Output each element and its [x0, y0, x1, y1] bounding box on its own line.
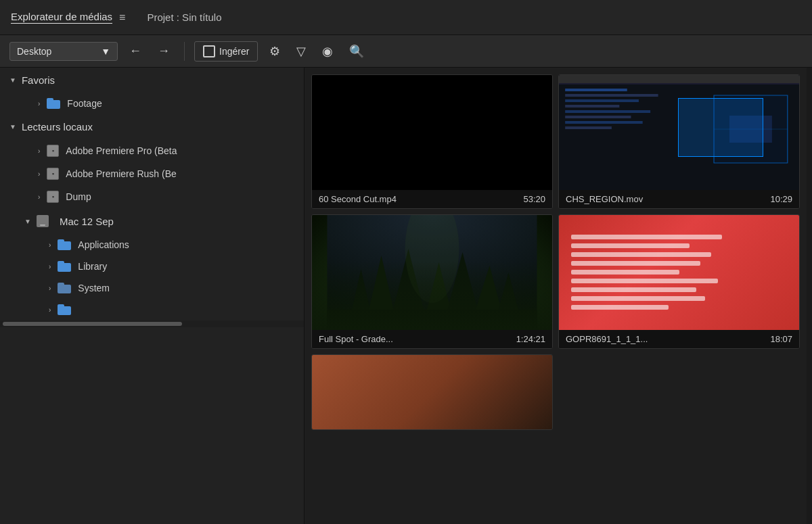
svg-rect-7: [565, 116, 631, 118]
main-layout: ▼ Favoris › Footage ▼ Lecteurs locaux › …: [0, 68, 812, 524]
eye-icon: ◉: [322, 44, 333, 59]
svg-marker-14: [348, 269, 375, 330]
mac-header[interactable]: ▼ Mac 12 Sep: [0, 208, 304, 234]
more-expand-icon: ›: [49, 306, 51, 314]
filter-icon: ▽: [296, 44, 306, 59]
premiere-rush-expand-icon: ›: [38, 170, 40, 178]
ingest-button[interactable]: Ingérer: [194, 41, 258, 62]
offline-line-2: [571, 243, 690, 248]
thumbnail-3: [312, 215, 552, 330]
sidebar-scrollbar[interactable]: [0, 320, 304, 327]
menu-icon[interactable]: ≡: [119, 11, 125, 24]
sidebar-item-system[interactable]: › System: [0, 277, 304, 299]
offline-line-4: [571, 261, 700, 266]
svg-rect-6: [565, 110, 650, 113]
local-readers-section: ▼ Lecteurs locaux › ▪ Adobe Premiere Pro…: [0, 114, 304, 320]
thumbnail-5: [312, 355, 552, 429]
svg-marker-20: [493, 272, 524, 330]
offline-line-5: [571, 270, 679, 275]
svg-rect-2: [565, 89, 627, 91]
back-icon: ←: [129, 44, 141, 58]
media-name-2: CHS_REGION.mov: [566, 194, 643, 204]
thumbnail-2: [559, 75, 799, 190]
project-title: Projet : Sin título: [147, 11, 221, 23]
sidebar-item-premiere-rush[interactable]: › ▪ Adobe Premiere Rush (Be: [0, 162, 304, 185]
mac-label: Mac 12 Sep: [60, 216, 114, 227]
local-readers-header[interactable]: ▼ Lecteurs locaux: [0, 114, 304, 139]
media-duration-3: 1:24:21: [516, 334, 545, 344]
mac-triangle: ▼: [24, 218, 31, 225]
sidebar-item-more[interactable]: ›: [0, 299, 304, 320]
media-card-5[interactable]: [311, 354, 553, 430]
offline-line-1: [571, 235, 722, 239]
thumbnail-5-inner: [312, 355, 552, 429]
sidebar-item-dump[interactable]: › ▪ Dump: [0, 185, 304, 208]
favorites-label: Favoris: [22, 74, 55, 86]
footage-label: Footage: [67, 98, 102, 109]
forward-icon: →: [158, 44, 170, 58]
premiere-pro-label: Adobe Premiere Pro (Beta: [66, 145, 177, 156]
ingest-icon: [203, 45, 215, 57]
media-info-2: CHS_REGION.mov 10:29: [559, 190, 799, 208]
favorites-header[interactable]: ▼ Favoris: [0, 68, 304, 93]
library-label: Library: [78, 261, 107, 272]
wrench-icon: ⚙: [269, 44, 280, 59]
system-folder-icon: [58, 283, 71, 293]
media-info-3: Full Spot - Grade... 1:24:21: [312, 330, 552, 348]
system-label: System: [78, 283, 110, 293]
wrench-button[interactable]: ⚙: [265, 41, 285, 62]
chevron-down-icon: ▼: [101, 46, 110, 57]
view-button[interactable]: ◉: [317, 41, 338, 62]
back-button[interactable]: ←: [125, 41, 146, 62]
filter-button[interactable]: ▽: [292, 41, 311, 62]
local-readers-triangle: ▼: [9, 123, 16, 130]
premiere-rush-drive-icon: ▪: [47, 168, 59, 180]
svg-rect-4: [565, 99, 639, 102]
search-button[interactable]: 🔍: [344, 41, 369, 62]
sidebar-scrollbar-thumb: [3, 322, 182, 326]
sidebar: ▼ Favoris › Footage ▼ Lecteurs locaux › …: [0, 68, 304, 524]
svg-rect-1: [559, 75, 799, 85]
forest-thumb-svg: [312, 215, 552, 330]
forward-button[interactable]: →: [153, 41, 175, 62]
local-readers-label: Lecteurs locaux: [22, 121, 93, 133]
svg-marker-15: [365, 256, 399, 330]
content-area: 60 Second Cut.mp4 53:20: [304, 68, 807, 524]
premiere-pro-expand-icon: ›: [38, 147, 40, 155]
offline-line-3: [571, 252, 711, 257]
media-card-3[interactable]: Full Spot - Grade... 1:24:21: [311, 214, 553, 349]
library-folder-icon: [58, 261, 71, 272]
location-label: Desktop: [17, 46, 51, 57]
media-duration-4: 18:07: [770, 334, 792, 344]
media-name-1: 60 Second Cut.mp4: [319, 194, 397, 204]
location-dropdown[interactable]: Desktop ▼: [9, 42, 118, 61]
system-expand-icon: ›: [49, 285, 51, 292]
media-card-4[interactable]: GOPR8691_1_1_1... 18:07: [558, 214, 800, 349]
media-info-1: 60 Second Cut.mp4 53:20: [312, 190, 552, 208]
offline-line-7: [571, 287, 696, 292]
media-name-4: GOPR8691_1_1_1...: [566, 334, 648, 344]
media-card-1[interactable]: 60 Second Cut.mp4 53:20: [311, 74, 553, 209]
media-name-3: Full Spot - Grade...: [319, 334, 393, 344]
sidebar-item-library[interactable]: › Library: [0, 256, 304, 277]
mac-icon: [37, 215, 49, 227]
media-card-2[interactable]: CHS_REGION.mov 10:29: [558, 74, 800, 209]
sidebar-item-applications[interactable]: › Applications: [0, 234, 304, 256]
top-bar: Explorateur de médias ≡ Projet : Sin tít…: [0, 0, 812, 35]
footage-expand-icon: ›: [38, 100, 40, 108]
ingest-label: Ingérer: [219, 46, 249, 57]
svg-rect-9: [565, 126, 612, 129]
sidebar-item-footage[interactable]: › Footage: [0, 93, 304, 114]
right-scrollbar[interactable]: [807, 68, 812, 524]
sidebar-item-premiere-pro[interactable]: › ▪ Adobe Premiere Pro (Beta: [0, 139, 304, 162]
premiere-pro-drive-icon: ▪: [47, 145, 59, 157]
favorites-section: ▼ Favoris › Footage: [0, 68, 304, 114]
dump-label: Dump: [66, 191, 91, 202]
search-icon: 🔍: [349, 44, 364, 59]
more-folder-icon: [58, 304, 71, 315]
applications-label: Applications: [78, 239, 129, 250]
footage-folder-icon: [47, 98, 60, 109]
offline-line-8: [571, 296, 705, 301]
media-info-4: GOPR8691_1_1_1... 18:07: [559, 330, 799, 348]
favorites-triangle: ▼: [9, 76, 16, 84]
